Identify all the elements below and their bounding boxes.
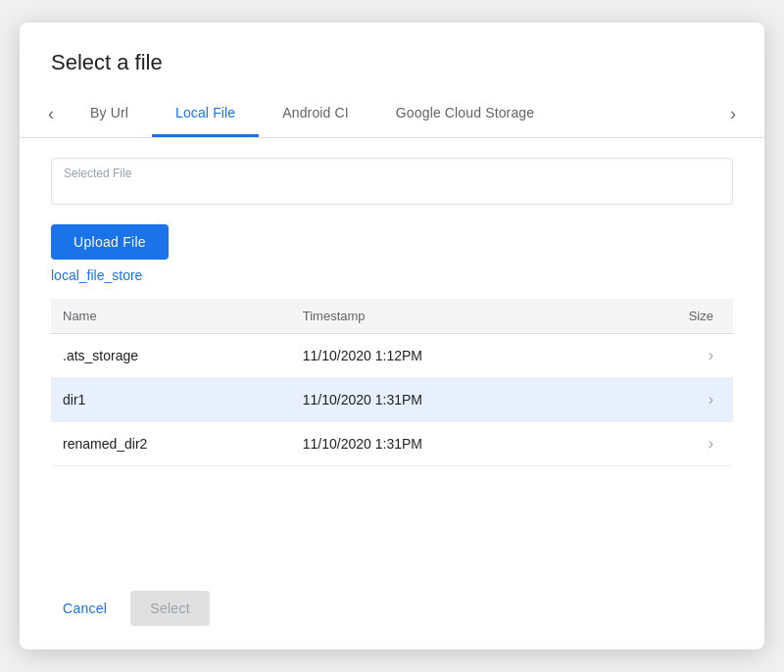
tab-local-file[interactable]: Local File: [152, 91, 259, 137]
table-row[interactable]: .ats_storage 11/10/2020 1:12PM ›: [51, 334, 733, 378]
cell-timestamp: 11/10/2020 1:31PM: [291, 422, 609, 466]
tab-android-ci[interactable]: Android CI: [259, 91, 372, 137]
row-chevron-icon: ›: [709, 391, 713, 408]
cell-name: dir1: [51, 378, 291, 422]
cell-size: ›: [609, 334, 733, 378]
tabs-container: ‹ By Url Local File Android CI Google Cl…: [20, 91, 764, 138]
chevron-left-icon: ‹: [48, 104, 54, 124]
select-button[interactable]: Select: [130, 591, 210, 626]
table-row[interactable]: dir1 11/10/2020 1:31PM ›: [51, 378, 733, 422]
chevron-right-icon: ›: [730, 104, 736, 124]
cell-size: ›: [609, 378, 733, 422]
tab-by-url[interactable]: By Url: [67, 91, 152, 137]
tab-google-cloud-storage[interactable]: Google Cloud Storage: [372, 91, 558, 137]
selected-file-value: [64, 174, 720, 194]
file-table: Name Timestamp Size .ats_storage 11/10/2…: [51, 299, 733, 466]
dialog-body: Selected File Upload File local_file_sto…: [20, 138, 764, 575]
cell-name: renamed_dir2: [51, 422, 291, 466]
table-body: .ats_storage 11/10/2020 1:12PM › dir1 11…: [51, 334, 733, 466]
col-header-name: Name: [51, 299, 291, 334]
tabs-prev-button[interactable]: ‹: [35, 96, 67, 132]
col-header-timestamp: Timestamp: [291, 299, 609, 334]
row-chevron-icon: ›: [709, 435, 713, 452]
table-header-row: Name Timestamp Size: [51, 299, 733, 334]
select-file-dialog: Select a file ‹ By Url Local File Androi…: [20, 23, 764, 649]
cell-size: ›: [609, 422, 733, 466]
tabs-next-button[interactable]: ›: [717, 96, 749, 132]
table-header: Name Timestamp Size: [51, 299, 733, 334]
dialog-title: Select a file: [20, 23, 764, 91]
upload-file-button[interactable]: Upload File: [51, 224, 169, 260]
row-chevron-icon: ›: [709, 347, 713, 363]
table-row[interactable]: renamed_dir2 11/10/2020 1:31PM ›: [51, 422, 733, 466]
cell-timestamp: 11/10/2020 1:31PM: [291, 378, 609, 422]
file-store-link[interactable]: local_file_store: [51, 267, 733, 283]
cell-name: .ats_storage: [51, 334, 291, 378]
selected-file-field: Selected File: [51, 158, 733, 205]
selected-file-label: Selected File: [64, 167, 131, 180]
tabs-list: By Url Local File Android CI Google Clou…: [67, 91, 717, 137]
cancel-button[interactable]: Cancel: [51, 593, 119, 624]
col-header-size: Size: [609, 299, 733, 334]
dialog-footer: Cancel Select: [20, 575, 764, 649]
cell-timestamp: 11/10/2020 1:12PM: [291, 334, 609, 378]
